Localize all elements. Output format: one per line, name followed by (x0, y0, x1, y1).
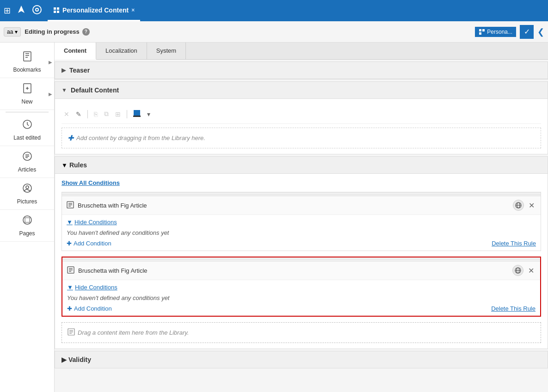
articles-icon (22, 151, 33, 165)
rule-2-add-condition-btn[interactable]: ✚ Add Condition (67, 305, 112, 312)
rule-2-globe-btn[interactable] (512, 265, 523, 276)
default-content-section: ▼ Default Content ✕ ✎ ⎘ ⧉ ⊞ ▾ (55, 81, 548, 154)
topbar: ⊞ Personalized Content × (0, 0, 548, 21)
rule-2-item: Bruschetta with Fig Article ✕ (62, 261, 540, 280)
rule-1-title: Bruschetta with Fig Article (78, 202, 509, 209)
validity-toggle-icon: ▶ (62, 356, 67, 363)
drag-drop-area: ✚ Add content by dragging it from the Li… (62, 128, 541, 148)
rule-1-close-btn[interactable]: ✕ (527, 201, 536, 210)
rule-2-no-conditions: You haven't defined any conditions yet (67, 294, 536, 301)
main-layout: Bookmarks ▶ New ▶ Last edited Articles (0, 43, 548, 392)
validity-section: ▶ Validity (55, 351, 548, 368)
active-tab[interactable]: Personalized Content × (48, 0, 140, 21)
teaser-header[interactable]: ▶ Teaser (55, 62, 548, 79)
back-button[interactable]: ❮ (537, 27, 544, 37)
sidebar-item-pages[interactable]: Pages (0, 210, 54, 242)
drop-zone-text: Drag a content item here from the Librar… (78, 329, 189, 336)
rule-1-drag-handle[interactable] (62, 192, 541, 196)
sidebar-item-pictures[interactable]: Pictures (0, 178, 54, 210)
rule-item-1: Bruschetta with Fig Article ✕ ▼ Hide Con… (62, 192, 541, 251)
bookmarks-icon (22, 51, 33, 65)
default-content-body: ✕ ✎ ⎘ ⧉ ⊞ ▾ ✚ Add content by dragging it… (55, 99, 548, 154)
rule-1-globe-btn[interactable] (513, 200, 524, 211)
content-toolbar: ✕ ✎ ⎘ ⧉ ⊞ ▾ (62, 104, 541, 124)
tabs-bar: Content Localization System (55, 43, 548, 60)
secondbar-right: Persona... ✓ ❮ (475, 25, 544, 39)
persona-button[interactable]: Persona... (475, 27, 516, 37)
svg-rect-4 (54, 11, 56, 13)
rule-1-conditions: ▼ Hide Conditions You haven't defined an… (62, 215, 541, 251)
rule-2-hide-conditions-label: Hide Conditions (75, 284, 117, 291)
copy-btn[interactable]: ⎘ (92, 109, 100, 119)
default-content-toggle-icon: ▼ (62, 87, 67, 93)
show-all-conditions-link[interactable]: Show All Conditions (62, 179, 120, 186)
compass-icon[interactable] (32, 5, 42, 17)
rule-1-add-condition-btn[interactable]: ✚ Add Condition (67, 240, 111, 247)
svg-point-22 (26, 186, 29, 189)
sidebar-articles-label: Articles (18, 166, 36, 173)
color-btn[interactable] (131, 108, 143, 120)
default-content-header[interactable]: ▼ Default Content (55, 82, 548, 99)
tab-content[interactable]: Content (55, 43, 96, 60)
edit-btn[interactable]: ✎ (74, 109, 84, 119)
tab-system[interactable]: System (147, 43, 186, 59)
validity-header[interactable]: ▶ Validity (55, 351, 548, 368)
editing-progress-label: Editing in progress (25, 28, 79, 35)
svg-point-23 (23, 216, 31, 224)
tab-localization[interactable]: Localization (96, 43, 147, 59)
rule-1-delete-link[interactable]: Delete This Rule (492, 240, 536, 247)
content-area: Content Localization System ▶ Teaser ▼ D… (55, 43, 548, 392)
sidebar: Bookmarks ▶ New ▶ Last edited Articles (0, 43, 55, 392)
sidebar-item-articles[interactable]: Articles (0, 146, 54, 178)
rule-2-plus-icon: ✚ (67, 305, 72, 312)
secondbar: aa ▾ Editing in progress ? Persona... ✓ … (0, 21, 548, 43)
validity-label: Validity (68, 356, 91, 363)
svg-rect-24 (25, 218, 30, 222)
help-icon[interactable]: ? (82, 28, 90, 36)
rule-2-drag-handle[interactable] (62, 257, 540, 261)
sidebar-item-last-edited[interactable]: Last edited (0, 114, 54, 146)
rule-1-no-conditions: You haven't defined any conditions yet (67, 229, 536, 236)
rule-1-add-condition-label: Add Condition (74, 240, 111, 247)
logo-icon[interactable] (16, 5, 26, 17)
sidebar-item-bookmarks[interactable]: Bookmarks ▶ (0, 46, 54, 78)
tab-close-icon[interactable]: × (131, 7, 135, 13)
rules-drop-zone: Drag a content item here from the Librar… (62, 322, 541, 343)
toolbar-separator-1 (87, 110, 88, 118)
teaser-section: ▶ Teaser (55, 61, 548, 80)
svg-rect-26 (133, 116, 141, 117)
tab-title: Personalized Content (62, 6, 129, 14)
rule-2-hide-conditions-link[interactable]: ▼ Hide Conditions (67, 284, 536, 291)
rule-2-delete-link[interactable]: Delete This Rule (491, 305, 536, 312)
editing-progress: Editing in progress ? (25, 28, 89, 36)
dropdown-btn[interactable]: ▾ (145, 109, 153, 119)
rule-2-icon (67, 266, 74, 275)
rule-2-add-condition-label: Add Condition (74, 305, 112, 312)
sidebar-pages-label: Pages (19, 230, 35, 237)
paste-btn[interactable]: ⧉ (102, 109, 111, 119)
paste2-btn[interactable]: ⊞ (113, 109, 123, 119)
rules-body: Show All Conditions Bruschetta with Fig … (55, 174, 548, 349)
teaser-toggle-icon: ▶ (62, 67, 66, 74)
svg-rect-8 (479, 32, 481, 35)
new-icon (22, 83, 33, 97)
rule-2-actions: ✕ (512, 265, 536, 276)
rule-1-hide-conditions-link[interactable]: ▼ Hide Conditions (67, 219, 536, 226)
rule-2-close-btn[interactable]: ✕ (526, 266, 536, 275)
svg-rect-5 (57, 11, 59, 13)
sidebar-new-label: New (21, 98, 32, 105)
sidebar-item-new[interactable]: New ▶ (0, 78, 54, 110)
sidebar-divider (6, 112, 49, 112)
persona-label: Persona... (487, 29, 512, 35)
svg-rect-25 (134, 110, 140, 116)
rules-header[interactable]: ▼ Rules (55, 157, 548, 174)
grid-icon[interactable]: ⊞ (4, 6, 11, 16)
language-selector[interactable]: aa ▾ (4, 27, 21, 37)
checkmark-button[interactable]: ✓ (520, 25, 534, 39)
rule-1-item: Bruschetta with Fig Article ✕ (62, 196, 541, 215)
rule-1-actions: ✕ (513, 200, 536, 211)
rule-2-hide-chevron: ▼ (67, 284, 73, 291)
sidebar-new-arrow: ▶ (49, 92, 52, 97)
cut-btn[interactable]: ✕ (62, 109, 72, 119)
rule-item-2: Bruschetta with Fig Article ✕ ▼ Hide Con… (62, 257, 541, 317)
